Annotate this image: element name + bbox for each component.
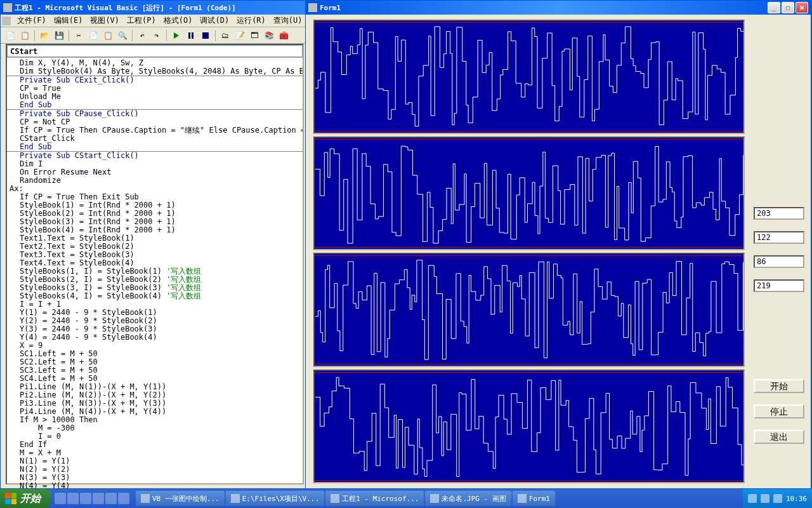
text3-field[interactable]: 86 [754,255,804,268]
tb-object-browser-icon[interactable]: 📚 [262,29,276,43]
start-button[interactable]: 开始 [754,379,804,393]
form1-app-icon [308,3,317,12]
ql-icon[interactable] [67,493,79,504]
chart-panel-3 [313,253,745,367]
menu-run[interactable]: 运行(R) [233,14,270,27]
stop-button[interactable]: 停止 [754,404,804,418]
tb-redo-icon[interactable]: ↷ [150,29,164,43]
tray-icon[interactable] [773,494,782,503]
task-item[interactable]: VB 一张图中绘制... [136,491,225,506]
tb-paste-icon[interactable]: 📋 [101,29,115,43]
ql-icon[interactable] [80,493,91,504]
object-combo[interactable]: CStart [7,45,303,57]
ql-icon[interactable] [55,493,66,504]
maximize-button[interactable]: □ [782,2,794,13]
tb-open-icon[interactable]: 📂 [37,29,51,43]
tray-icon[interactable] [748,494,757,503]
tb-save-icon[interactable]: 💾 [52,29,66,43]
menu-query[interactable]: 查询(U) [270,14,306,27]
form1-titlebar[interactable]: Form1 _ □ ✕ [306,1,811,15]
menu-format[interactable]: 格式(O) [160,14,197,27]
task-item[interactable]: Form1 [513,491,555,506]
ie-icon [141,494,150,503]
button-panel: 开始 停止 退出 [754,379,804,444]
form1-title: Form1 [320,4,341,12]
form1-window: Form1 _ □ ✕ 203 122 86 219 开始 停止 退出 [305,0,811,489]
task-items: VB 一张图中绘制... E:\Files\X项目\V... 工程1 - Mic… [133,491,743,506]
menu-file[interactable]: 文件(F) [13,14,50,27]
paint-icon [430,494,439,503]
tb-pause-icon[interactable] [184,29,198,43]
tb-properties-icon[interactable]: 📝 [233,29,247,43]
vb-app-icon [3,3,12,12]
exit-button[interactable]: 退出 [754,430,804,444]
tb-add-project-icon[interactable]: 📄 [3,29,17,43]
start-menu-button[interactable]: 开始 [0,489,51,508]
tb-cut-icon[interactable]: ✂ [72,29,86,43]
ql-icon[interactable] [118,493,129,504]
text1-field[interactable]: 203 [754,207,804,220]
text-boxes: 203 122 86 219 [754,207,804,292]
quick-launch [51,493,133,504]
vb-icon [331,494,339,503]
ql-icon[interactable] [93,493,104,504]
vb-title: 工程1 - Microsoft Visual Basic [运行] - [For… [15,3,236,13]
chart-panel-4 [313,370,745,484]
form-icon [518,494,527,503]
code-content[interactable]: Dim X, Y(4), M, N(4), Sw, ZDim StyleBook… [7,58,303,500]
tray-icon[interactable] [761,494,769,503]
tb-form-layout-icon[interactable]: 🗔 [247,29,261,43]
tb-add-form-icon[interactable]: 📋 [18,29,32,43]
menu-edit[interactable]: 编辑(E) [50,14,87,27]
tb-project-explorer-icon[interactable]: 🗂 [218,29,232,43]
windows-logo-icon [5,493,16,504]
menu-project[interactable]: 工程(P) [123,14,160,27]
task-item[interactable]: 未命名.JPG - 画图 [425,491,511,506]
tb-toolbox-icon[interactable]: 🧰 [277,29,291,43]
menu-debug[interactable]: 调试(D) [196,14,233,27]
taskbar: 开始 VB 一张图中绘制... E:\Files\X项目\V... 工程1 - … [0,489,812,508]
tb-undo-icon[interactable]: ↶ [135,29,149,43]
tb-run-icon[interactable] [169,29,183,43]
code-editor[interactable]: CStart Dim X, Y(4), M, N(4), Sw, ZDim St… [6,44,304,485]
start-label: 开始 [20,492,41,505]
task-item[interactable]: 工程1 - Microsof... [325,491,424,506]
tb-copy-icon[interactable]: 📄 [86,29,100,43]
task-item[interactable]: E:\Files\X项目\V... [226,491,324,506]
folder-icon [231,494,240,503]
tb-find-icon[interactable]: 🔍 [115,29,129,43]
close-button[interactable]: ✕ [796,2,808,13]
mdi-icon [2,17,11,25]
ql-icon[interactable] [105,493,117,504]
tb-stop-icon[interactable] [199,29,213,43]
chart-panel-2 [313,137,745,251]
minimize-button[interactable]: _ [768,2,780,13]
chart-panel-1 [313,20,745,134]
text4-field[interactable]: 219 [754,279,804,292]
clock[interactable]: 10:36 [786,495,807,503]
text2-field[interactable]: 122 [754,231,804,244]
menu-view[interactable]: 视图(V) [86,14,123,27]
chart-container [313,20,745,483]
system-tray[interactable]: 10:36 [743,489,812,508]
